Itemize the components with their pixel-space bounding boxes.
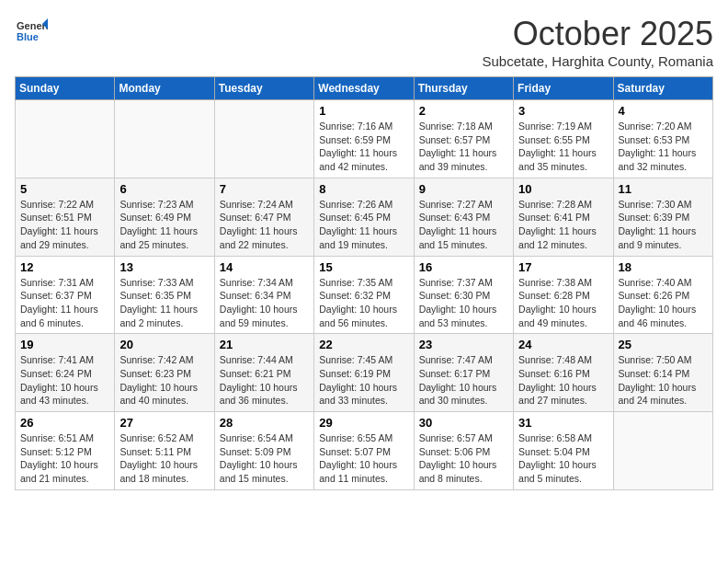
table-row: 3Sunrise: 7:19 AM Sunset: 6:55 PM Daylig…: [514, 100, 613, 178]
day-number: 23: [419, 338, 508, 351]
day-number: 30: [419, 416, 508, 430]
calendar-week-row: 26Sunrise: 6:51 AM Sunset: 5:12 PM Dayli…: [16, 412, 713, 490]
table-row: 21Sunrise: 7:44 AM Sunset: 6:21 PM Dayli…: [214, 334, 313, 412]
day-content: Sunrise: 7:45 AM Sunset: 6:19 PM Dayligh…: [319, 353, 408, 408]
day-content: Sunrise: 6:57 AM Sunset: 5:06 PM Dayligh…: [419, 431, 508, 486]
day-number: 19: [20, 338, 109, 351]
day-content: Sunrise: 7:20 AM Sunset: 6:53 PM Dayligh…: [619, 120, 708, 174]
day-content: Sunrise: 7:16 AM Sunset: 6:59 PM Dayligh…: [319, 120, 408, 174]
table-row: [115, 100, 214, 178]
svg-text:General: General: [17, 20, 48, 31]
table-row: 14Sunrise: 7:34 AM Sunset: 6:34 PM Dayli…: [214, 256, 313, 334]
header-friday: Friday: [514, 77, 613, 100]
calendar-table: Sunday Monday Tuesday Wednesday Thursday…: [15, 76, 713, 490]
table-row: 9Sunrise: 7:27 AM Sunset: 6:43 PM Daylig…: [414, 178, 513, 256]
day-number: 12: [20, 260, 109, 274]
table-row: 11Sunrise: 7:30 AM Sunset: 6:39 PM Dayli…: [613, 178, 712, 256]
day-number: 9: [419, 182, 508, 196]
day-content: Sunrise: 7:24 AM Sunset: 6:47 PM Dayligh…: [220, 198, 309, 252]
table-row: 10Sunrise: 7:28 AM Sunset: 6:41 PM Dayli…: [514, 178, 613, 256]
table-row: 13Sunrise: 7:33 AM Sunset: 6:35 PM Dayli…: [115, 256, 214, 334]
day-number: 28: [220, 416, 309, 430]
table-row: 23Sunrise: 7:47 AM Sunset: 6:17 PM Dayli…: [414, 334, 513, 412]
day-content: Sunrise: 7:23 AM Sunset: 6:49 PM Dayligh…: [119, 198, 209, 252]
day-content: Sunrise: 7:18 AM Sunset: 6:57 PM Dayligh…: [419, 120, 508, 174]
day-content: Sunrise: 7:35 AM Sunset: 6:32 PM Dayligh…: [319, 276, 408, 330]
calendar-week-row: 1Sunrise: 7:16 AM Sunset: 6:59 PM Daylig…: [16, 100, 713, 178]
day-content: Sunrise: 6:51 AM Sunset: 5:12 PM Dayligh…: [20, 431, 109, 486]
day-number: 6: [119, 182, 209, 196]
day-number: 31: [518, 416, 608, 430]
calendar-header-row: Sunday Monday Tuesday Wednesday Thursday…: [16, 77, 713, 100]
day-number: 20: [119, 338, 209, 351]
day-content: Sunrise: 7:48 AM Sunset: 6:16 PM Dayligh…: [518, 353, 608, 408]
table-row: 31Sunrise: 6:58 AM Sunset: 5:04 PM Dayli…: [514, 412, 613, 490]
day-number: 10: [518, 182, 608, 196]
day-number: 24: [518, 338, 608, 351]
day-content: Sunrise: 6:54 AM Sunset: 5:09 PM Dayligh…: [220, 431, 309, 486]
day-content: Sunrise: 7:30 AM Sunset: 6:39 PM Dayligh…: [619, 198, 708, 252]
day-content: Sunrise: 7:38 AM Sunset: 6:28 PM Dayligh…: [518, 276, 608, 330]
day-number: 5: [20, 182, 109, 196]
day-content: Sunrise: 7:44 AM Sunset: 6:21 PM Dayligh…: [220, 353, 309, 408]
day-content: Sunrise: 7:28 AM Sunset: 6:41 PM Dayligh…: [518, 198, 608, 252]
table-row: 8Sunrise: 7:26 AM Sunset: 6:45 PM Daylig…: [314, 178, 414, 256]
day-number: 8: [319, 182, 408, 196]
day-number: 27: [119, 416, 209, 430]
table-row: 26Sunrise: 6:51 AM Sunset: 5:12 PM Dayli…: [16, 412, 115, 490]
table-row: 30Sunrise: 6:57 AM Sunset: 5:06 PM Dayli…: [414, 412, 513, 490]
day-content: Sunrise: 7:50 AM Sunset: 6:14 PM Dayligh…: [619, 353, 708, 408]
day-number: 13: [119, 260, 209, 274]
day-content: Sunrise: 7:33 AM Sunset: 6:35 PM Dayligh…: [119, 276, 209, 330]
table-row: 25Sunrise: 7:50 AM Sunset: 6:14 PM Dayli…: [613, 334, 712, 412]
day-number: 7: [220, 182, 309, 196]
day-content: Sunrise: 6:52 AM Sunset: 5:11 PM Dayligh…: [119, 431, 209, 486]
table-row: 24Sunrise: 7:48 AM Sunset: 6:16 PM Dayli…: [514, 334, 613, 412]
day-number: 4: [619, 104, 708, 118]
header-tuesday: Tuesday: [214, 77, 313, 100]
table-row: 1Sunrise: 7:16 AM Sunset: 6:59 PM Daylig…: [314, 100, 414, 178]
day-content: Sunrise: 7:26 AM Sunset: 6:45 PM Dayligh…: [319, 198, 408, 252]
table-row: 12Sunrise: 7:31 AM Sunset: 6:37 PM Dayli…: [16, 256, 115, 334]
day-content: Sunrise: 6:55 AM Sunset: 5:07 PM Dayligh…: [319, 431, 408, 486]
day-number: 25: [619, 338, 708, 351]
day-content: Sunrise: 7:31 AM Sunset: 6:37 PM Dayligh…: [20, 276, 109, 330]
day-number: 3: [518, 104, 608, 118]
table-row: [613, 412, 712, 490]
table-row: 5Sunrise: 7:22 AM Sunset: 6:51 PM Daylig…: [16, 178, 115, 256]
table-row: 4Sunrise: 7:20 AM Sunset: 6:53 PM Daylig…: [613, 100, 712, 178]
day-number: 1: [319, 104, 408, 118]
day-number: 14: [220, 260, 309, 274]
header-saturday: Saturday: [613, 77, 712, 100]
header: General Blue October 2025 Subcetate, Har…: [15, 15, 713, 69]
table-row: 6Sunrise: 7:23 AM Sunset: 6:49 PM Daylig…: [115, 178, 214, 256]
day-content: Sunrise: 6:58 AM Sunset: 5:04 PM Dayligh…: [518, 431, 608, 486]
day-number: 16: [419, 260, 508, 274]
day-number: 26: [20, 416, 109, 430]
day-content: Sunrise: 7:40 AM Sunset: 6:26 PM Dayligh…: [619, 276, 708, 330]
day-number: 17: [518, 260, 608, 274]
logo: General Blue: [15, 15, 48, 48]
day-number: 22: [319, 338, 408, 351]
table-row: 28Sunrise: 6:54 AM Sunset: 5:09 PM Dayli…: [214, 412, 313, 490]
day-content: Sunrise: 7:37 AM Sunset: 6:30 PM Dayligh…: [419, 276, 508, 330]
svg-text:Blue: Blue: [17, 31, 39, 42]
table-row: 7Sunrise: 7:24 AM Sunset: 6:47 PM Daylig…: [214, 178, 313, 256]
table-row: 2Sunrise: 7:18 AM Sunset: 6:57 PM Daylig…: [414, 100, 513, 178]
table-row: 19Sunrise: 7:41 AM Sunset: 6:24 PM Dayli…: [16, 334, 115, 412]
day-number: 18: [619, 260, 708, 274]
day-content: Sunrise: 7:27 AM Sunset: 6:43 PM Dayligh…: [419, 198, 508, 252]
table-row: [214, 100, 313, 178]
table-row: 18Sunrise: 7:40 AM Sunset: 6:26 PM Dayli…: [613, 256, 712, 334]
day-content: Sunrise: 7:34 AM Sunset: 6:34 PM Dayligh…: [220, 276, 309, 330]
table-row: [16, 100, 115, 178]
header-wednesday: Wednesday: [314, 77, 414, 100]
logo-icon: General Blue: [15, 15, 48, 48]
calendar-week-row: 5Sunrise: 7:22 AM Sunset: 6:51 PM Daylig…: [16, 178, 713, 256]
day-number: 15: [319, 260, 408, 274]
header-sunday: Sunday: [16, 77, 115, 100]
calendar-title: October 2025: [482, 15, 713, 53]
table-row: 22Sunrise: 7:45 AM Sunset: 6:19 PM Dayli…: [314, 334, 414, 412]
header-thursday: Thursday: [414, 77, 513, 100]
calendar-week-row: 19Sunrise: 7:41 AM Sunset: 6:24 PM Dayli…: [16, 334, 713, 412]
